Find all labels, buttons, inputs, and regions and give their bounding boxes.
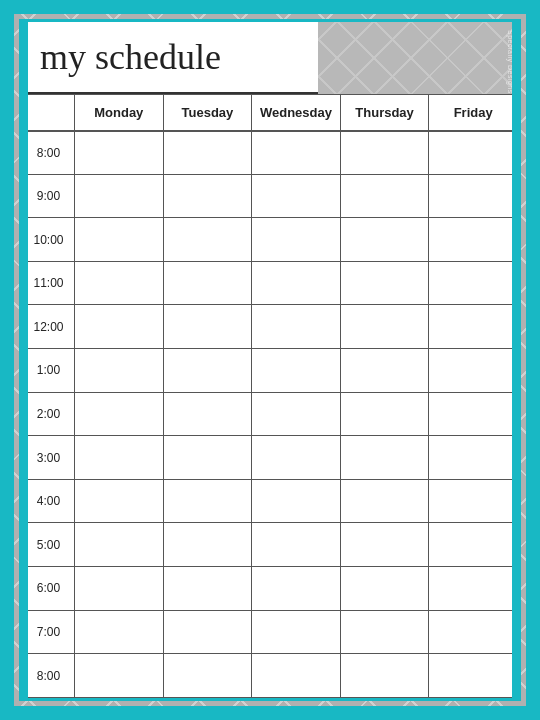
table-row[interactable]: 7:00 — [23, 610, 518, 654]
schedule-cell[interactable] — [163, 567, 252, 611]
schedule-cell[interactable] — [340, 174, 429, 218]
schedule-cell[interactable] — [340, 479, 429, 523]
schedule-cell[interactable] — [75, 436, 164, 480]
schedule-cell[interactable] — [252, 610, 341, 654]
title-chevron-overlay: Specially Designs — [318, 22, 518, 94]
page-title: my schedule — [40, 36, 221, 78]
table-row[interactable]: 1:00 — [23, 349, 518, 393]
schedule-cell[interactable] — [75, 479, 164, 523]
schedule-cell[interactable] — [75, 523, 164, 567]
schedule-cell[interactable] — [163, 218, 252, 262]
schedule-cell[interactable] — [340, 610, 429, 654]
monday-header: Monday — [75, 95, 164, 131]
schedule-cell[interactable] — [340, 131, 429, 175]
schedule-cell[interactable] — [163, 436, 252, 480]
schedule-cell[interactable] — [75, 654, 164, 698]
schedule-cell[interactable] — [340, 523, 429, 567]
header-row: Monday Tuesday Wednesday Thursday Friday — [23, 95, 518, 131]
schedule-cell[interactable] — [429, 523, 518, 567]
table-row[interactable]: 6:00 — [23, 567, 518, 611]
schedule-cell[interactable] — [75, 131, 164, 175]
schedule-cell[interactable] — [75, 305, 164, 349]
schedule-cell[interactable] — [75, 174, 164, 218]
schedule-cell[interactable] — [340, 305, 429, 349]
schedule-cell[interactable] — [163, 479, 252, 523]
schedule-cell[interactable] — [340, 261, 429, 305]
schedule-cell[interactable] — [75, 261, 164, 305]
schedule-cell[interactable] — [252, 654, 341, 698]
table-row[interactable]: 8:00 — [23, 654, 518, 698]
tuesday-header: Tuesday — [163, 95, 252, 131]
schedule-cell[interactable] — [163, 523, 252, 567]
schedule-cell[interactable] — [163, 610, 252, 654]
schedule-cell[interactable] — [340, 654, 429, 698]
schedule-cell[interactable] — [340, 436, 429, 480]
schedule-cell[interactable] — [252, 261, 341, 305]
schedule-cell[interactable] — [252, 131, 341, 175]
time-header — [23, 95, 75, 131]
schedule-cell[interactable] — [340, 567, 429, 611]
wednesday-header: Wednesday — [252, 95, 341, 131]
schedule-cell[interactable] — [429, 305, 518, 349]
schedule-cell[interactable] — [75, 392, 164, 436]
schedule-cell[interactable] — [252, 392, 341, 436]
schedule-cell[interactable] — [252, 436, 341, 480]
time-cell: 12:00 — [23, 305, 75, 349]
schedule-cell[interactable] — [429, 479, 518, 523]
schedule-cell[interactable] — [163, 349, 252, 393]
schedule-cell[interactable] — [75, 610, 164, 654]
schedule-cell[interactable] — [75, 218, 164, 262]
watermark: Specially Designs — [507, 30, 514, 94]
schedule-cell[interactable] — [429, 610, 518, 654]
schedule-cell[interactable] — [252, 479, 341, 523]
schedule-cell[interactable] — [429, 174, 518, 218]
schedule-cell[interactable] — [252, 567, 341, 611]
time-cell: 2:00 — [23, 392, 75, 436]
table-row[interactable]: 11:00 — [23, 261, 518, 305]
time-cell: 3:00 — [23, 436, 75, 480]
schedule-cell[interactable] — [429, 131, 518, 175]
schedule-cell[interactable] — [429, 436, 518, 480]
time-cell: 5:00 — [23, 523, 75, 567]
table-row[interactable]: 3:00 — [23, 436, 518, 480]
table-row[interactable]: 9:00 — [23, 174, 518, 218]
table-row[interactable]: 8:00 — [23, 131, 518, 175]
schedule-cell[interactable] — [163, 654, 252, 698]
schedule-cell[interactable] — [75, 349, 164, 393]
time-cell: 8:00 — [23, 654, 75, 698]
table-row[interactable]: 10:00 — [23, 218, 518, 262]
schedule-cell[interactable] — [252, 174, 341, 218]
schedule-cell[interactable] — [163, 261, 252, 305]
time-cell: 4:00 — [23, 479, 75, 523]
schedule-cell[interactable] — [429, 261, 518, 305]
schedule-table: Monday Tuesday Wednesday Thursday Friday… — [22, 94, 518, 698]
schedule-cell[interactable] — [163, 174, 252, 218]
time-cell: 6:00 — [23, 567, 75, 611]
schedule-cell[interactable] — [340, 218, 429, 262]
schedule-card: my schedule Specially Designs Monday Tue… — [19, 19, 521, 701]
schedule-cell[interactable] — [163, 305, 252, 349]
schedule-cell[interactable] — [429, 349, 518, 393]
schedule-cell[interactable] — [252, 218, 341, 262]
title-area: my schedule Specially Designs — [22, 22, 518, 94]
table-row[interactable]: 4:00 — [23, 479, 518, 523]
time-cell: 10:00 — [23, 218, 75, 262]
schedule-cell[interactable] — [252, 523, 341, 567]
thursday-header: Thursday — [340, 95, 429, 131]
time-cell: 1:00 — [23, 349, 75, 393]
schedule-cell[interactable] — [75, 567, 164, 611]
schedule-cell[interactable] — [163, 131, 252, 175]
schedule-cell[interactable] — [252, 305, 341, 349]
table-row[interactable]: 5:00 — [23, 523, 518, 567]
time-cell: 8:00 — [23, 131, 75, 175]
schedule-cell[interactable] — [340, 392, 429, 436]
table-row[interactable]: 2:00 — [23, 392, 518, 436]
schedule-cell[interactable] — [163, 392, 252, 436]
schedule-cell[interactable] — [340, 349, 429, 393]
schedule-cell[interactable] — [429, 392, 518, 436]
table-row[interactable]: 12:00 — [23, 305, 518, 349]
schedule-cell[interactable] — [429, 567, 518, 611]
schedule-cell[interactable] — [429, 218, 518, 262]
schedule-cell[interactable] — [429, 654, 518, 698]
schedule-cell[interactable] — [252, 349, 341, 393]
